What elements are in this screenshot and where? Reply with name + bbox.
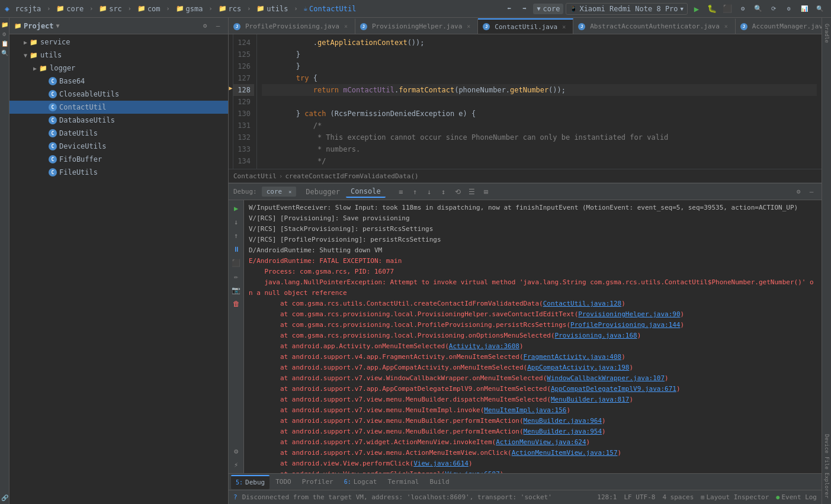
status-help-icon[interactable]: ? xyxy=(233,493,238,501)
toolbar-icon-2[interactable]: ⚙ xyxy=(782,2,795,15)
debug-tab-debugger[interactable]: Debugger xyxy=(301,187,345,197)
tab-close-provisioninghelper[interactable]: × xyxy=(464,23,473,31)
debug-toolbar-icon2[interactable]: ↑ xyxy=(409,186,421,198)
tree-item-closeableutils[interactable]: ▶ C CloseableUtils xyxy=(9,88,228,101)
bottom-tab-profiler[interactable]: Profiler xyxy=(297,475,338,489)
link-activity[interactable]: Activity.java:3608 xyxy=(449,342,519,350)
code-content[interactable]: .getApplicationContext()); } } try { ret… xyxy=(257,34,822,169)
left-icon-4[interactable]: 🔍 xyxy=(1,49,9,57)
bottom-tab-terminal[interactable]: Terminal xyxy=(383,475,423,489)
breadcrumb-contactutil[interactable]: ☕ ContactUtil xyxy=(300,4,360,14)
back-btn[interactable]: ⬅ xyxy=(502,2,515,15)
debug-edit-icon[interactable]: ✏ xyxy=(230,271,242,283)
run-btn[interactable]: ▶ xyxy=(690,2,703,15)
tab-close-profileprovisioning[interactable]: × xyxy=(342,23,350,31)
debug-toolbar-icon5[interactable]: ⟲ xyxy=(452,186,464,198)
debug-core-tab[interactable]: core × xyxy=(262,187,297,197)
link-profileprovisioning[interactable]: ProfileProvisioning.java:144 xyxy=(570,321,680,329)
right-sidebar-device-file[interactable]: Device File Explorer xyxy=(823,431,831,502)
debug-tab-console[interactable]: Console xyxy=(346,186,386,198)
debug-settings-btn[interactable]: ⚙ xyxy=(793,187,804,197)
breadcrumb-utils[interactable]: 📁 utils xyxy=(253,4,291,14)
left-icon-1[interactable]: 📁 xyxy=(1,20,9,28)
settings-btn[interactable]: ⚙ xyxy=(736,2,749,15)
link-menubuilder-perform1[interactable]: MenuBuilder.java:964 xyxy=(524,417,602,425)
toolbar-icon-3[interactable]: 📊 xyxy=(798,2,811,15)
debug-toolbar-icon3[interactable]: ↓ xyxy=(423,186,435,198)
debug-minimize-btn[interactable]: — xyxy=(806,187,817,197)
bottom-tab-todo[interactable]: TODO xyxy=(271,475,296,489)
event-log-btn[interactable]: ● Event Log xyxy=(776,493,817,501)
left-icon-2[interactable]: ⚙ xyxy=(1,30,9,38)
debug-toolbar-icon7[interactable]: ⊞ xyxy=(480,186,492,198)
debug-zap-icon[interactable]: ⚡ xyxy=(230,459,242,471)
breadcrumb-contactutil-label[interactable]: ContactUtil xyxy=(233,172,277,180)
breadcrumb-rcs[interactable]: 📁 rcs xyxy=(215,4,245,14)
left-icon-3[interactable]: 📋 xyxy=(1,39,9,47)
link-menuitemimpl[interactable]: MenuItemImpl.java:156 xyxy=(484,406,566,414)
panel-close-btn[interactable]: — xyxy=(213,21,223,31)
debug-btn[interactable]: 🐛 xyxy=(705,2,718,15)
tab-abstractaccount[interactable]: J AbstractAccountAuthenticator.java × xyxy=(573,18,736,34)
tree-item-databaseutils[interactable]: ▶ C DatabaseUtils xyxy=(9,114,228,127)
forward-btn[interactable]: ➡ xyxy=(518,2,531,15)
breadcrumb-project[interactable]: rcsjta xyxy=(12,4,44,14)
toolbar-icon-4[interactable]: 🔍 xyxy=(813,2,826,15)
link-actionmenuview[interactable]: ActionMenuView.java:624 xyxy=(496,438,586,446)
debug-toolbar-icon6[interactable]: ☰ xyxy=(466,186,478,198)
link-provisioning[interactable]: Provisioning.java:168 xyxy=(555,332,637,339)
tab-profileprovisioning[interactable]: J ProfileProvisioning.java × xyxy=(229,18,355,34)
debug-toolbar-icon4[interactable]: ↕ xyxy=(438,186,450,198)
link-actionmenuitemview[interactable]: ActionMenuItemView.java:157 xyxy=(512,449,618,457)
tree-item-logger[interactable]: ▶ 📁 logger xyxy=(9,62,228,75)
right-sidebar-gradle[interactable]: Gradle xyxy=(823,20,831,47)
breadcrumb-method-label[interactable]: createContactIdFromValidatedData() xyxy=(285,172,418,180)
tree-item-fileutils[interactable]: ▶ C FileUtils xyxy=(9,166,228,179)
tab-close-abstractaccount[interactable]: × xyxy=(722,23,730,31)
toolbar-icon-1[interactable]: ⟳ xyxy=(767,2,780,15)
link-appcompatdelegateimplv9[interactable]: AppCompatDelegateImplV9.java:671 xyxy=(551,385,676,393)
tab-contactutil[interactable]: J ContactUtil.java × xyxy=(478,18,573,34)
debug-run-icon[interactable]: ▶ xyxy=(230,203,242,214)
left-icon-5[interactable]: 🔗 xyxy=(1,493,9,502)
device-selector[interactable]: ▼ core xyxy=(533,4,563,14)
link-view-performclick[interactable]: View.java:6614 xyxy=(413,460,469,467)
bottom-tab-build[interactable]: Build xyxy=(425,475,454,489)
link-windowcallbackwrapper[interactable]: WindowCallbackWrapper.java:107 xyxy=(547,374,665,382)
debug-toolbar-icon1[interactable]: ≡ xyxy=(395,186,407,198)
tree-item-service[interactable]: ▶ 📁 service xyxy=(9,36,228,49)
status-encoding[interactable]: LF UTF-8 xyxy=(624,493,655,501)
breadcrumb-core[interactable]: 📁 core xyxy=(53,4,87,14)
status-position[interactable]: 128:1 xyxy=(597,493,617,501)
debug-console-content[interactable]: W/InputEventReceiver: Slow Input: took 1… xyxy=(244,200,822,473)
tree-item-base64[interactable]: ▶ C Base64 xyxy=(9,75,228,88)
tab-provisioninghelper[interactable]: J ProvisioningHelper.java × xyxy=(355,18,478,34)
debug-settings-side-icon[interactable]: ⚙ xyxy=(230,445,242,457)
tree-item-dateutils[interactable]: ▶ C DateUtils xyxy=(9,127,228,140)
tree-item-utils[interactable]: ▼ 📁 utils xyxy=(9,49,228,62)
debug-arrow-down-icon[interactable]: ↓ xyxy=(230,216,242,228)
layout-inspector-btn[interactable]: ⊞ Layout Inspector xyxy=(701,493,769,501)
debug-stop-icon[interactable]: ⬛ xyxy=(230,257,242,269)
breadcrumb-src[interactable]: 📁 src xyxy=(95,4,126,14)
tree-item-fifobuffer[interactable]: ▶ C FifoBuffer xyxy=(9,153,228,166)
device-name-selector[interactable]: 📱 Xiaomi Redmi Note 8 Pro ▼ xyxy=(566,3,688,15)
link-menubuilder-dispatch[interactable]: MenuBuilder.java:817 xyxy=(551,396,629,403)
link-contactutil[interactable]: ContactUtil.java:128 xyxy=(543,300,621,307)
search-btn[interactable]: 🔍 xyxy=(752,2,765,15)
breadcrumb-com[interactable]: 📁 com xyxy=(134,4,164,14)
status-indent[interactable]: 4 spaces xyxy=(662,493,694,501)
debug-camera-icon[interactable]: 📷 xyxy=(230,284,242,296)
tab-accountmanager[interactable]: J AccountManager.java × xyxy=(736,18,822,34)
tree-item-contactutil[interactable]: ▶ C ContactUtil xyxy=(9,101,228,114)
debug-delete-icon[interactable]: 🗑 xyxy=(230,298,242,310)
stop-btn[interactable]: ⬛ xyxy=(721,2,734,15)
debug-arrow-up-icon[interactable]: ↑ xyxy=(230,230,242,242)
panel-settings-btn[interactable]: ⚙ xyxy=(200,21,210,31)
breadcrumb-gsma[interactable]: 📁 gsma xyxy=(172,4,207,14)
bottom-tab-debug[interactable]: 5: Debug xyxy=(231,475,269,489)
debug-pause-icon[interactable]: ⏸ xyxy=(230,243,242,255)
link-fragmentactivity[interactable]: FragmentActivity.java:408 xyxy=(524,353,622,361)
link-appcompatactivity[interactable]: AppCompatActivity.java:198 xyxy=(527,364,629,371)
tab-close-contactutil[interactable]: × xyxy=(560,23,568,31)
